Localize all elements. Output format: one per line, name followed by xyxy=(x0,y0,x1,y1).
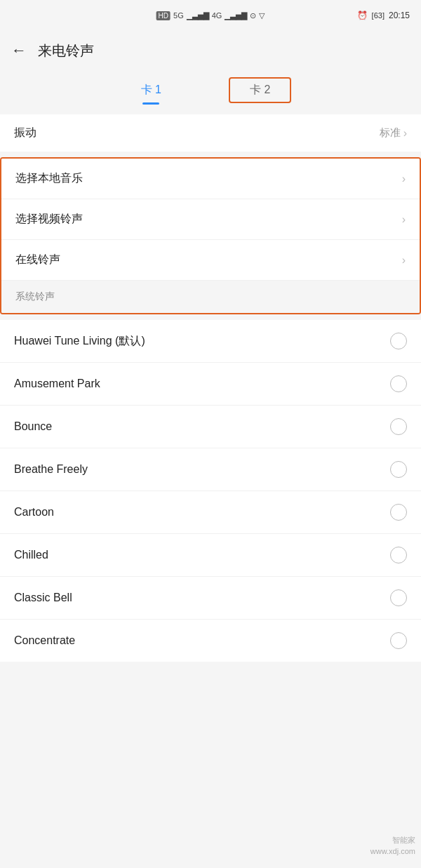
ringtone-item-amusement-park[interactable]: Amusement Park xyxy=(0,363,421,406)
signal-bars-2: ▁▃▅▇ xyxy=(225,11,247,20)
ringtone-chilled-label: Chilled xyxy=(14,549,48,561)
status-bar: HD 5G ▁▃▅▇ 4G ▁▃▅▇ ⊙ ▽ ⏰ [63] 20:15 xyxy=(0,0,421,31)
ringtone-amusement-park-radio[interactable] xyxy=(390,375,407,392)
ringtone-huawei-tune-label: Huawei Tune Living (默认) xyxy=(14,334,145,349)
page-title: 来电铃声 xyxy=(38,41,94,60)
vibration-label: 振动 xyxy=(14,126,36,140)
ringtone-list: Huawei Tune Living (默认) Amusement Park B… xyxy=(0,320,421,662)
options-box: 选择本地音乐 › 选择视频铃声 › 在线铃声 › 系统铃声 xyxy=(0,157,421,314)
ringtone-item-cartoon[interactable]: Cartoon xyxy=(0,491,421,534)
hd-icon: HD xyxy=(156,11,171,20)
tab-card1[interactable]: 卡 1 xyxy=(130,79,173,102)
option-online-ringtone[interactable]: 在线铃声 › xyxy=(1,240,420,281)
ringtone-breathe-freely-label: Breathe Freely xyxy=(14,463,88,476)
ringtone-chilled-radio[interactable] xyxy=(390,547,407,563)
option-local-music[interactable]: 选择本地音乐 › xyxy=(1,159,420,199)
watermark-line2: www.xdj.com xyxy=(370,846,415,857)
tab-card1-label: 卡 1 xyxy=(141,84,161,95)
vibration-chevron: › xyxy=(403,127,407,140)
ringtone-classic-bell-radio[interactable] xyxy=(390,589,407,606)
ringtone-item-classic-bell[interactable]: Classic Bell xyxy=(0,577,421,620)
ringtone-amusement-park-label: Amusement Park xyxy=(14,378,100,390)
status-bar-right: ⏰ [63] 20:15 xyxy=(357,11,410,20)
back-button[interactable]: ← xyxy=(11,41,27,60)
wifi-icon: ⊙ xyxy=(250,11,256,20)
ringtone-concentrate-radio[interactable] xyxy=(390,632,407,649)
tab-card2[interactable]: 卡 2 xyxy=(229,77,291,103)
ringtone-cartoon-radio[interactable] xyxy=(390,504,407,521)
vpn-icon: ▽ xyxy=(259,11,265,20)
tab-card2-label: 卡 2 xyxy=(250,84,270,95)
ringtone-concentrate-label: Concentrate xyxy=(14,634,75,647)
vibration-row[interactable]: 振动 标准 › xyxy=(0,114,421,152)
system-ringtone-label: 系统铃声 xyxy=(15,291,55,303)
video-ringtone-label: 选择视频铃声 xyxy=(15,212,83,227)
online-ringtone-chevron: › xyxy=(402,254,406,267)
battery-percent: 63 xyxy=(374,11,382,20)
ringtone-huawei-tune-radio[interactable] xyxy=(390,333,407,349)
vibration-value: 标准 xyxy=(380,126,401,140)
ringtone-item-concentrate[interactable]: Concentrate xyxy=(0,620,421,662)
watermark: 智能家 www.xdj.com xyxy=(370,835,415,857)
ringtone-bounce-label: Bounce xyxy=(14,420,52,433)
ringtone-cartoon-label: Cartoon xyxy=(14,506,54,519)
option-video-ringtone[interactable]: 选择视频铃声 › xyxy=(1,199,420,240)
ringtone-breathe-freely-radio[interactable] xyxy=(390,461,407,478)
online-ringtone-label: 在线铃声 xyxy=(15,253,60,267)
local-music-label: 选择本地音乐 xyxy=(15,171,83,186)
header: ← 来电铃声 xyxy=(0,31,421,70)
vibration-value-container: 标准 › xyxy=(380,126,407,140)
ringtone-item-breathe-freely[interactable]: Breathe Freely xyxy=(0,448,421,491)
time-display: 20:15 xyxy=(389,11,410,20)
signal-5g: 5G xyxy=(173,11,184,20)
ringtone-item-huawei-tune[interactable]: Huawei Tune Living (默认) xyxy=(0,320,421,363)
ringtone-bounce-radio[interactable] xyxy=(390,418,407,435)
status-bar-signals: HD 5G ▁▃▅▇ 4G ▁▃▅▇ ⊙ ▽ xyxy=(156,11,265,20)
signal-4g: 4G xyxy=(212,11,222,20)
ringtone-classic-bell-label: Classic Bell xyxy=(14,592,72,604)
tabs-container: 卡 1 卡 2 xyxy=(0,70,421,114)
ringtone-item-bounce[interactable]: Bounce xyxy=(0,406,421,448)
watermark-line1: 智能家 xyxy=(370,835,415,846)
ringtone-item-chilled[interactable]: Chilled xyxy=(0,534,421,577)
signal-bars-1: ▁▃▅▇ xyxy=(187,11,209,20)
system-ringtone-header: 系统铃声 xyxy=(1,281,420,313)
video-ringtone-chevron: › xyxy=(402,213,406,226)
battery-indicator: [63] xyxy=(372,11,385,20)
alarm-icon: ⏰ xyxy=(357,11,368,20)
local-music-chevron: › xyxy=(402,173,406,185)
